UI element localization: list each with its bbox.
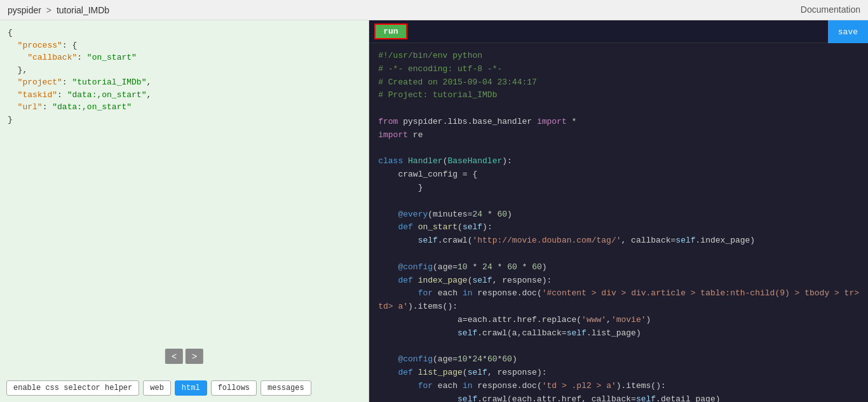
save-button[interactable]: save [828,20,868,43]
topbar-right: Documentation [801,4,860,15]
bottom-toolbar: enable css selector helper web html foll… [6,380,311,396]
main-layout: { "process": { "callback": "on_start" },… [0,20,868,402]
breadcrumb-project: tutorial_IMDb [57,5,109,15]
run-button[interactable]: run [374,23,407,39]
css-selector-helper-button[interactable]: enable css selector helper [6,380,139,396]
topbar: pyspider > tutorial_IMDb Documentation [0,0,868,20]
tab-html-button[interactable]: html [175,380,207,396]
run-bar: run save [369,20,868,43]
nav-next-button[interactable]: > [186,349,203,364]
tab-web-button[interactable]: web [143,380,171,396]
left-panel: { "process": { "callback": "on_start" },… [0,20,369,402]
nav-arrows: < > [165,349,203,364]
breadcrumb: pyspider > tutorial_IMDb [8,5,109,15]
documentation-link[interactable]: Documentation [801,4,860,15]
breadcrumb-pyspider[interactable]: pyspider [8,5,41,15]
right-panel: run save #!/usr/bin/env python # -*- enc… [369,20,868,402]
left-code-editor[interactable]: { "process": { "callback": "on_start" },… [0,20,369,402]
nav-prev-button[interactable]: < [165,349,183,364]
breadcrumb-separator: > [46,5,51,15]
tab-follows-button[interactable]: follows [211,380,257,396]
code-editor[interactable]: #!/usr/bin/env python # -*- encoding: ut… [369,43,868,402]
tab-messages-button[interactable]: messages [261,380,311,396]
